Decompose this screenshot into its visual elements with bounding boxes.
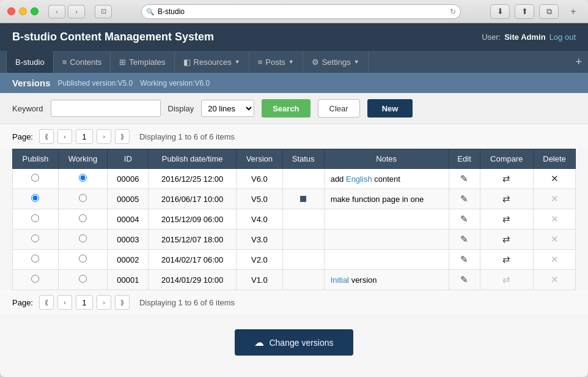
publish-radio-2[interactable]: [31, 194, 39, 202]
working-radio-cell[interactable]: [58, 230, 107, 250]
edit-icon[interactable]: ✎: [460, 274, 468, 285]
prev-page-button-bottom[interactable]: ‹: [57, 295, 72, 310]
edit-icon[interactable]: ✎: [460, 254, 468, 264]
next-page-button-bottom[interactable]: ›: [97, 295, 111, 310]
tab-button[interactable]: ⧉: [539, 4, 559, 19]
edit-cell[interactable]: ✎: [449, 250, 480, 270]
first-page-button-bottom[interactable]: ⟪: [39, 295, 54, 310]
last-page-button-top[interactable]: ⟫: [115, 129, 130, 144]
id-cell: 00001: [108, 270, 149, 290]
publish-radio-3[interactable]: [31, 214, 39, 222]
edit-cell[interactable]: ✎: [449, 270, 480, 290]
notes-link[interactable]: English: [346, 174, 372, 184]
url-input[interactable]: [141, 4, 461, 19]
publish-radio-5[interactable]: [31, 255, 39, 263]
resize-button[interactable]: ⊡: [95, 5, 112, 18]
col-publish: Publish: [13, 149, 59, 169]
publish-radio-cell[interactable]: [13, 209, 59, 230]
working-radio-2[interactable]: [79, 194, 87, 202]
status-cell: [282, 230, 324, 250]
edit-cell[interactable]: ✎: [449, 230, 480, 250]
download-button[interactable]: ⬇: [490, 4, 510, 19]
datetime-cell: 2015/12/07 18:00: [149, 230, 237, 250]
new-tab-button[interactable]: +: [566, 4, 581, 19]
sidebar-item-contents[interactable]: ≡ Contents: [54, 51, 111, 73]
sidebar-item-templates[interactable]: ⊞ Templates: [111, 51, 174, 73]
status-indicator: [300, 196, 306, 202]
sidebar-item-settings[interactable]: ⚙ Settings ▼: [303, 51, 369, 73]
user-name: Site Admin: [504, 32, 545, 42]
edit-icon[interactable]: ✎: [460, 173, 468, 184]
page-label-bottom: Page:: [12, 298, 33, 307]
back-button[interactable]: ‹: [48, 5, 65, 18]
working-radio-cell[interactable]: [58, 169, 107, 189]
versions-table: Publish Working ID Publish date/time Ver…: [12, 149, 576, 290]
working-radio-cell[interactable]: [58, 270, 107, 290]
edit-icon[interactable]: ✎: [460, 214, 468, 224]
close-button[interactable]: [7, 7, 15, 15]
versions-title: Versions: [12, 78, 51, 88]
clear-button[interactable]: Clear: [318, 99, 360, 118]
change-versions-button[interactable]: ☁ Change versions: [235, 329, 353, 356]
publish-radio-cell[interactable]: [13, 189, 59, 209]
working-radio-cell[interactable]: [58, 209, 107, 230]
delete-icon: ✕: [551, 274, 559, 285]
compare-icon[interactable]: ⇄: [502, 254, 510, 264]
share-button[interactable]: ⬆: [515, 4, 534, 19]
compare-cell[interactable]: ⇄: [480, 250, 534, 270]
publish-radio-4[interactable]: [31, 234, 39, 242]
working-radio-3[interactable]: [79, 214, 87, 222]
publish-radio-cell[interactable]: [13, 169, 59, 189]
compare-cell[interactable]: ⇄: [480, 189, 534, 209]
prev-page-button-top[interactable]: ‹: [57, 129, 72, 144]
compare-cell[interactable]: ⇄: [480, 230, 534, 250]
edit-icon[interactable]: ✎: [460, 193, 468, 204]
notes-link[interactable]: Initial: [331, 275, 349, 285]
minimize-button[interactable]: [19, 7, 27, 15]
edit-cell[interactable]: ✎: [449, 169, 480, 189]
status-cell: [282, 250, 324, 270]
reload-icon[interactable]: ↻: [450, 7, 456, 16]
keyword-input[interactable]: [51, 100, 161, 117]
publish-radio-cell[interactable]: [13, 230, 59, 250]
publish-radio-cell[interactable]: [13, 270, 59, 290]
publish-radio-6[interactable]: [31, 275, 39, 283]
working-radio-5[interactable]: [79, 255, 87, 263]
maximize-button[interactable]: [31, 7, 39, 15]
next-page-button-top[interactable]: ›: [97, 129, 111, 144]
page-info-bottom: Displaying 1 to 6 of 6 items: [139, 298, 235, 307]
search-button[interactable]: Search: [262, 99, 310, 118]
compare-icon[interactable]: ⇄: [502, 234, 510, 244]
sidebar-item-resources[interactable]: ◧ Resources ▼: [175, 51, 249, 73]
compare-cell[interactable]: ⇄: [480, 169, 534, 189]
working-radio-6[interactable]: [79, 275, 87, 283]
navbar-plus-button[interactable]: +: [575, 56, 582, 69]
edit-cell[interactable]: ✎: [449, 189, 480, 209]
edit-icon[interactable]: ✎: [460, 234, 468, 244]
status-cell: [282, 270, 324, 290]
working-radio-cell[interactable]: [58, 189, 107, 209]
sidebar-item-bstudio[interactable]: B-studio: [6, 51, 54, 73]
first-page-button-top[interactable]: ⟪: [39, 129, 54, 144]
logout-link[interactable]: Log out: [549, 32, 576, 42]
sidebar-item-posts[interactable]: ≡ Posts ▼: [249, 51, 303, 73]
delete-cell[interactable]: ✕: [534, 169, 576, 189]
working-radio-1[interactable]: [79, 174, 87, 182]
working-radio-4[interactable]: [79, 234, 87, 242]
forward-button[interactable]: ›: [68, 5, 85, 18]
datetime-cell: 2015/12/09 06:00: [149, 209, 237, 230]
publish-radio-1[interactable]: [31, 174, 39, 182]
compare-cell[interactable]: ⇄: [480, 209, 534, 230]
display-select[interactable]: 20 lines 10 lines 50 lines 100 lines: [201, 100, 254, 117]
delete-icon[interactable]: ✕: [551, 173, 559, 184]
new-button[interactable]: New: [367, 99, 413, 118]
edit-cell[interactable]: ✎: [449, 209, 480, 230]
compare-icon[interactable]: ⇄: [502, 193, 510, 204]
compare-icon[interactable]: ⇄: [502, 214, 510, 224]
id-cell: 00005: [108, 189, 149, 209]
compare-icon[interactable]: ⇄: [502, 173, 510, 184]
working-version: Working version:V6.0: [140, 79, 210, 88]
publish-radio-cell[interactable]: [13, 250, 59, 270]
last-page-button-bottom[interactable]: ⟫: [115, 295, 130, 310]
working-radio-cell[interactable]: [58, 250, 107, 270]
